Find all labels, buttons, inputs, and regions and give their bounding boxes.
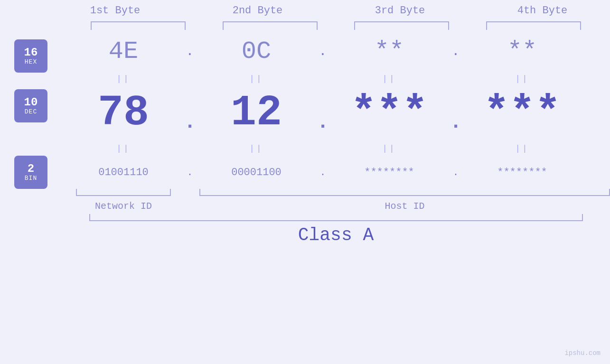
eq-3: || [332,74,446,84]
eq-4: || [465,74,579,84]
bottom-section: Class A [63,214,609,245]
bin-badge-label: BIN [25,175,37,182]
dec-row: 78 . 12 . *** . *** [66,87,610,139]
watermark: ipshu.com [564,349,601,357]
eq-6: || [199,144,313,153]
dec-byte-1: 78 [66,89,180,137]
network-id-bracket [76,189,171,196]
hex-byte-1: 4E [66,37,180,65]
labels-row: Network ID Host ID [66,201,610,212]
dec-byte-3: *** [332,89,446,137]
hex-row: 4E . 0C . ** . ** [66,32,610,70]
eq-5: || [66,144,180,153]
content-area: 16 HEX 10 DEC 2 BIN 4E [0,32,610,212]
bin-byte-4: ******** [465,167,579,178]
hex-dot-1: . [180,44,199,59]
dec-badge-num: 10 [24,97,38,108]
dec-byte-4: *** [465,89,579,137]
equals-row-1: || || || || [66,70,610,87]
dec-dot-2: . [313,111,332,134]
rows-container: 4E . 0C . ** . ** || || [62,32,610,212]
hex-badge: 16 HEX [14,39,47,73]
byte-header-2: 2nd Byte [201,5,315,17]
hex-byte-2: 0C [199,37,313,65]
top-bracket-container [73,21,600,30]
badges-column: 16 HEX 10 DEC 2 BIN [0,32,62,189]
bin-badge: 2 BIN [14,156,47,189]
top-bracket-1 [91,21,186,30]
bin-dot-2: . [313,167,332,178]
byte-header-3: 3rd Byte [343,5,457,17]
dec-dot-1: . [180,111,199,134]
bin-dot-1: . [180,167,199,178]
main-container: 1st Byte 2nd Byte 3rd Byte 4th Byte 16 H… [0,0,610,364]
eq-1: || [66,74,180,84]
top-bracket-2 [223,21,318,30]
host-id-label: Host ID [199,201,610,212]
dec-badge-label: DEC [25,108,37,115]
bin-badge-num: 2 [28,163,34,175]
hex-badge-label: HEX [25,58,37,65]
equals-row-2: || || || || [66,139,610,158]
host-id-bracket [199,189,610,196]
eq-7: || [332,144,446,153]
bin-dot-3: . [446,167,465,178]
class-label: Class A [298,225,374,245]
top-bracket-4 [486,21,581,30]
class-full-bracket [89,214,583,221]
bin-byte-1: 01001110 [66,167,180,178]
hex-dot-2: . [313,44,332,59]
top-bracket-3 [354,21,449,30]
network-id-label: Network ID [66,201,180,212]
dec-badge: 10 DEC [14,89,47,122]
hex-byte-4: ** [465,37,579,65]
eq-2: || [199,74,313,84]
bottom-brackets [66,189,610,198]
dec-byte-2: 12 [199,89,313,137]
byte-headers: 1st Byte 2nd Byte 3rd Byte 4th Byte [44,5,610,17]
hex-badge-num: 16 [24,47,38,58]
bin-row: 01001110 . 00001100 . ******** . *******… [66,158,610,187]
hex-dot-3: . [446,44,465,59]
eq-8: || [465,144,579,153]
byte-header-4: 4th Byte [486,5,600,17]
byte-header-1: 1st Byte [58,5,172,17]
hex-byte-3: ** [332,37,446,65]
bin-byte-3: ******** [332,167,446,178]
bin-byte-2: 00001100 [199,167,313,178]
dec-dot-3: . [446,111,465,134]
